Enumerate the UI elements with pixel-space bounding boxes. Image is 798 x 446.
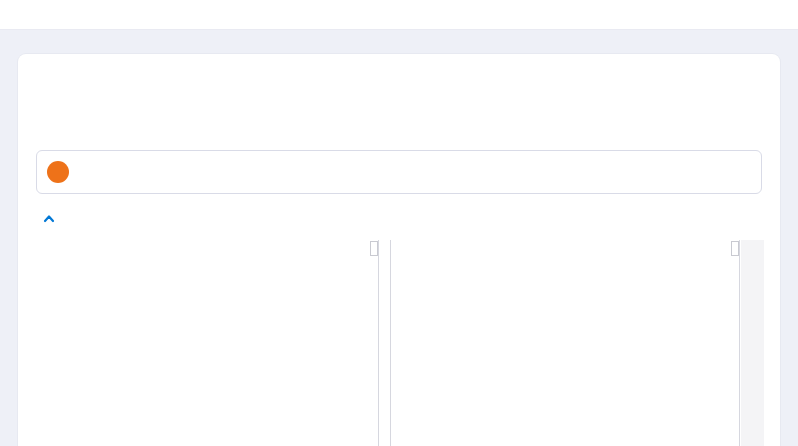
yaml-difference-toggle[interactable] [36,214,55,223]
diff-pane-original[interactable] [36,240,379,446]
event-summary-card [18,54,780,446]
modal-body [0,30,798,446]
table-row [36,150,762,194]
modal-header [0,0,798,30]
overview-ruler-box [370,241,378,256]
close-icon[interactable] [762,5,782,25]
overview-ruler-box [731,241,739,256]
chevron-up-icon[interactable] [43,214,55,223]
avatar [47,161,69,183]
user-cell [47,161,227,183]
diff-minimap[interactable] [741,240,764,446]
diff-pane-modified[interactable] [390,240,740,446]
yaml-diff-viewer [36,240,764,446]
